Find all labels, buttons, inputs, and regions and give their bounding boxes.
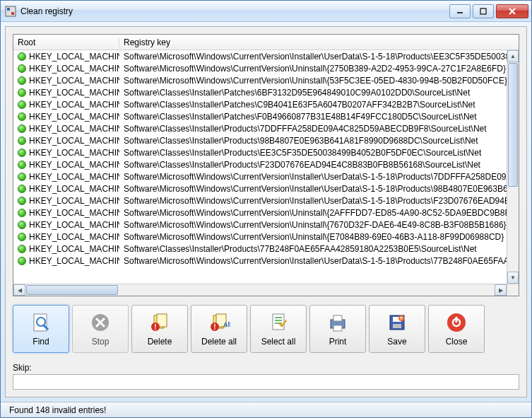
table-row[interactable]: HKEY_LOCAL_MACHINESoftware\Microsoft\Win…	[13, 255, 507, 267]
delete-all-icon: !All	[208, 311, 230, 334]
table-row[interactable]: HKEY_LOCAL_MACHINESoftware\Microsoft\Win…	[13, 195, 507, 207]
row-key: Software\Microsoft\Windows\CurrentVersio…	[119, 76, 507, 86]
table-row[interactable]: HKEY_LOCAL_MACHINESoftware\Microsoft\Win…	[13, 182, 507, 195]
row-key: Software\Microsoft\Windows\CurrentVersio…	[119, 256, 507, 266]
row-key: Software\Classes\Installer\Products\F23D…	[119, 160, 507, 170]
row-root: HKEY_LOCAL_MACHINE	[29, 148, 119, 158]
table-row[interactable]: HKEY_LOCAL_MACHINESoftware\Classes\Insta…	[13, 243, 507, 255]
column-header-root[interactable]: Root	[13, 37, 119, 47]
row-root: HKEY_LOCAL_MACHINE	[29, 64, 119, 74]
row-key: Software\Microsoft\Windows\CurrentVersio…	[119, 208, 507, 218]
table-row[interactable]: HKEY_LOCAL_MACHINESoftware\Classes\Insta…	[13, 98, 507, 110]
window-frame: Clean registry Root Registry key HKEY_LO…	[0, 0, 532, 418]
status-dot-icon	[18, 209, 26, 217]
status-dot-icon	[18, 112, 26, 121]
status-text: Found 148 invalid entries!	[9, 405, 106, 415]
svg-rect-31	[393, 324, 401, 328]
list-header: Root Registry key	[13, 35, 519, 50]
row-key: Software\Classes\Installer\Products\98B4…	[119, 136, 507, 146]
table-row[interactable]: HKEY_LOCAL_MACHINESoftware\Microsoft\Win…	[13, 219, 507, 231]
row-key: Software\Microsoft\Windows\CurrentVersio…	[119, 184, 507, 194]
svg-text:!: !	[154, 323, 156, 331]
delete-all-button[interactable]: !All Delete all	[191, 305, 247, 353]
row-root: HKEY_LOCAL_MACHINE	[29, 76, 119, 86]
horizontal-scrollbar[interactable]: ◀ ▶	[13, 284, 507, 296]
row-root: HKEY_LOCAL_MACHINE	[29, 160, 119, 170]
status-dot-icon	[18, 149, 26, 157]
skip-input[interactable]	[13, 374, 519, 390]
table-row[interactable]: HKEY_LOCAL_MACHINESoftware\Classes\Insta…	[13, 158, 507, 170]
scroll-corner	[507, 284, 519, 296]
table-row[interactable]: HKEY_LOCAL_MACHINESoftware\Microsoft\Win…	[13, 170, 507, 182]
table-row[interactable]: HKEY_LOCAL_MACHINESoftware\Microsoft\Win…	[13, 62, 507, 74]
delete-button[interactable]: ! Delete	[131, 305, 188, 353]
table-row[interactable]: HKEY_LOCAL_MACHINESoftware\Microsoft\Win…	[13, 50, 507, 62]
row-key: Software\Microsoft\Windows\CurrentVersio…	[119, 196, 507, 206]
titlebar[interactable]: Clean registry	[1, 1, 531, 22]
status-dot-icon	[18, 233, 26, 241]
close-window-button[interactable]	[496, 4, 528, 18]
close-icon	[445, 311, 468, 334]
row-root: HKEY_LOCAL_MACHINE	[29, 196, 119, 206]
status-dot-icon	[18, 137, 26, 145]
status-dot-icon	[18, 221, 26, 229]
svg-rect-28	[333, 325, 342, 331]
content-area: Root Registry key HKEY_LOCAL_MACHINESoft…	[5, 26, 527, 397]
row-key: Software\Microsoft\Windows\CurrentVersio…	[119, 232, 507, 242]
print-icon	[326, 311, 349, 334]
row-root: HKEY_LOCAL_MACHINE	[29, 88, 119, 98]
scroll-down-arrow[interactable]: ▼	[507, 272, 519, 284]
row-key: Software\Classes\Installer\Products\77B2…	[119, 244, 507, 254]
delete-all-label: Delete all	[201, 337, 237, 347]
row-root: HKEY_LOCAL_MACHINE	[29, 112, 119, 122]
row-root: HKEY_LOCAL_MACHINE	[29, 124, 119, 134]
skip-label: Skip:	[13, 363, 519, 373]
select-all-button[interactable]: Select all	[250, 305, 307, 353]
registry-list: Root Registry key HKEY_LOCAL_MACHINESoft…	[13, 34, 519, 296]
skip-section: Skip:	[13, 363, 519, 390]
row-root: HKEY_LOCAL_MACHINE	[29, 184, 119, 194]
stop-label: Stop	[92, 337, 110, 347]
vscroll-track[interactable]	[507, 187, 519, 272]
table-row[interactable]: HKEY_LOCAL_MACHINESoftware\Microsoft\Win…	[13, 231, 507, 243]
table-row[interactable]: HKEY_LOCAL_MACHINESoftware\Classes\Insta…	[13, 134, 507, 146]
scroll-right-arrow[interactable]: ▶	[495, 284, 507, 296]
vscroll-thumb[interactable]	[508, 63, 518, 187]
status-dot-icon	[18, 245, 26, 253]
maximize-button[interactable]	[473, 4, 494, 18]
scroll-left-arrow[interactable]: ◀	[13, 284, 25, 296]
row-key: Software\Classes\Installer\Products\EE3C…	[119, 148, 507, 158]
minimize-button[interactable]	[449, 4, 471, 18]
close-button[interactable]: Close	[428, 305, 485, 353]
status-dot-icon	[18, 161, 26, 169]
print-button[interactable]: Print	[309, 305, 366, 353]
find-label: Find	[32, 337, 49, 347]
save-button[interactable]: Save	[369, 305, 425, 353]
table-row[interactable]: HKEY_LOCAL_MACHINESoftware\Classes\Insta…	[13, 146, 507, 158]
table-row[interactable]: HKEY_LOCAL_MACHINESoftware\Microsoft\Win…	[13, 74, 507, 86]
table-row[interactable]: HKEY_LOCAL_MACHINESoftware\Microsoft\Win…	[13, 207, 507, 219]
app-icon	[5, 6, 16, 17]
row-key: Software\Classes\Installer\Patches\F0B49…	[119, 112, 507, 122]
hscroll-track[interactable]	[25, 284, 495, 296]
hscroll-thumb[interactable]	[26, 285, 118, 295]
status-dot-icon	[18, 257, 26, 265]
find-button[interactable]: Find	[13, 305, 69, 353]
row-key: Software\Classes\Installer\Patches\C9B40…	[119, 100, 507, 110]
column-header-key[interactable]: Registry key	[119, 37, 519, 47]
row-key: Software\Microsoft\Windows\CurrentVersio…	[119, 52, 507, 62]
stop-icon	[89, 311, 112, 334]
table-row[interactable]: HKEY_LOCAL_MACHINESoftware\Classes\Insta…	[13, 122, 507, 134]
table-row[interactable]: HKEY_LOCAL_MACHINESoftware\Classes\Insta…	[13, 110, 507, 122]
row-root: HKEY_LOCAL_MACHINE	[29, 136, 119, 146]
vertical-scrollbar[interactable]: ▲ ▼	[507, 50, 519, 284]
window-controls	[449, 4, 528, 18]
delete-label: Delete	[148, 337, 172, 347]
table-row[interactable]: HKEY_LOCAL_MACHINESoftware\Classes\Insta…	[13, 86, 507, 98]
select-all-label: Select all	[261, 337, 296, 347]
scroll-up-arrow[interactable]: ▲	[507, 50, 519, 62]
row-key: Software\Classes\Installer\Products\7DDF…	[119, 124, 507, 134]
svg-rect-27	[333, 315, 342, 321]
close-label: Close	[446, 337, 468, 347]
row-root: HKEY_LOCAL_MACHINE	[29, 232, 119, 242]
